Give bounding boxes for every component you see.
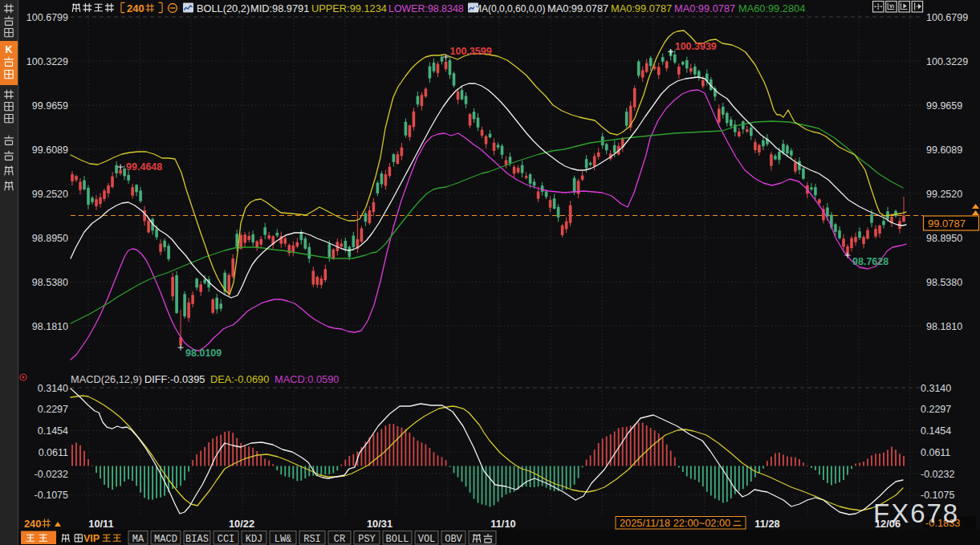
svg-text:PSY: PSY: [358, 534, 376, 545]
svg-text:CR: CR: [334, 534, 345, 545]
svg-text:UPPER:99.1234: UPPER:99.1234: [311, 2, 387, 14]
svg-text:0.2297: 0.2297: [38, 404, 68, 415]
svg-text:100.6799: 100.6799: [26, 12, 68, 23]
svg-text:MACD:0.0590: MACD:0.0590: [274, 373, 339, 385]
svg-text:100.6799: 100.6799: [926, 12, 968, 23]
svg-text:BIAS: BIAS: [185, 534, 209, 545]
svg-text:0.3140: 0.3140: [921, 383, 951, 394]
svg-text:RSI: RSI: [303, 534, 321, 545]
svg-text:99.9659: 99.9659: [32, 100, 68, 112]
svg-text:0.1454: 0.1454: [38, 425, 68, 437]
svg-text:FX678: FX678: [873, 498, 959, 528]
svg-text:11/10: 11/10: [490, 518, 515, 530]
svg-text:K: K: [5, 44, 12, 55]
svg-text:98.7628: 98.7628: [852, 256, 889, 267]
svg-text:MA0:99.0787: MA0:99.0787: [547, 2, 608, 14]
svg-text:10/11: 10/11: [88, 518, 113, 530]
svg-text:LOWER:98.8348: LOWER:98.8348: [388, 3, 464, 14]
svg-text:MA0:99.0787: MA0:99.0787: [674, 2, 735, 14]
svg-text:99.9659: 99.9659: [926, 100, 962, 112]
svg-text:0.2297: 0.2297: [921, 404, 951, 415]
svg-text:98.0109: 98.0109: [185, 348, 222, 359]
svg-text:-0.1075: -0.1075: [35, 490, 68, 501]
svg-text:0.1454: 0.1454: [921, 425, 951, 437]
svg-text:10/31: 10/31: [367, 518, 392, 530]
svg-text:240: 240: [127, 2, 144, 14]
svg-text:MACD: MACD: [154, 534, 177, 545]
svg-text:100.3229: 100.3229: [26, 56, 68, 67]
svg-text:VIP: VIP: [83, 533, 100, 544]
svg-text:MA0:99.0787: MA0:99.0787: [611, 2, 672, 14]
svg-text:VOL: VOL: [418, 534, 436, 545]
svg-text:0.0611: 0.0611: [39, 447, 68, 458]
svg-text:DIFF:-0.0395: DIFF:-0.0395: [144, 373, 205, 385]
svg-text:99.2520: 99.2520: [926, 189, 962, 200]
svg-text:MID:98.9791: MID:98.9791: [250, 2, 309, 14]
svg-text:11/28: 11/28: [754, 518, 779, 530]
svg-text:99.2520: 99.2520: [32, 189, 68, 200]
svg-text:100.3229: 100.3229: [926, 56, 968, 67]
svg-text:240: 240: [24, 518, 41, 530]
svg-text:DEA:-0.0690: DEA:-0.0690: [210, 373, 269, 385]
svg-text:10/22: 10/22: [229, 518, 254, 530]
svg-text:CCI: CCI: [218, 534, 235, 545]
svg-text:KDJ: KDJ: [246, 534, 263, 545]
svg-text:MA60:99.2804: MA60:99.2804: [738, 2, 805, 14]
svg-text:98.5380: 98.5380: [926, 277, 962, 288]
svg-text:2025/11/18 22:00~02:00: 2025/11/18 22:00~02:00: [620, 517, 730, 529]
svg-text:98.5380: 98.5380: [32, 277, 68, 288]
svg-text:MACD(26,12,9): MACD(26,12,9): [71, 373, 142, 385]
svg-text:100.3939: 100.3939: [675, 41, 717, 52]
svg-text:99.0787: 99.0787: [928, 218, 966, 230]
svg-text:99.4648: 99.4648: [126, 161, 162, 173]
svg-text:MA(0,0,0,60,0,0): MA(0,0,0,60,0,0): [474, 3, 545, 14]
svg-text:BOLL(20,2): BOLL(20,2): [197, 2, 250, 14]
svg-text:99.6089: 99.6089: [926, 144, 962, 156]
svg-text:99.6089: 99.6089: [32, 144, 68, 156]
svg-text:98.8950: 98.8950: [32, 233, 68, 244]
svg-text:-0.0232: -0.0232: [35, 469, 68, 480]
svg-text:0.0611: 0.0611: [921, 447, 950, 458]
svg-text:-0.0232: -0.0232: [921, 469, 954, 480]
svg-text:MA: MA: [132, 534, 144, 545]
svg-text:98.1810: 98.1810: [926, 321, 962, 332]
svg-text:BOLL: BOLL: [386, 534, 409, 545]
svg-text:98.8950: 98.8950: [926, 233, 962, 244]
svg-text:OBV: OBV: [445, 534, 462, 545]
svg-text:LW&: LW&: [274, 534, 292, 545]
svg-text:0.3140: 0.3140: [38, 383, 68, 394]
svg-text:100.3599: 100.3599: [450, 46, 492, 57]
svg-text:98.1810: 98.1810: [32, 321, 68, 332]
